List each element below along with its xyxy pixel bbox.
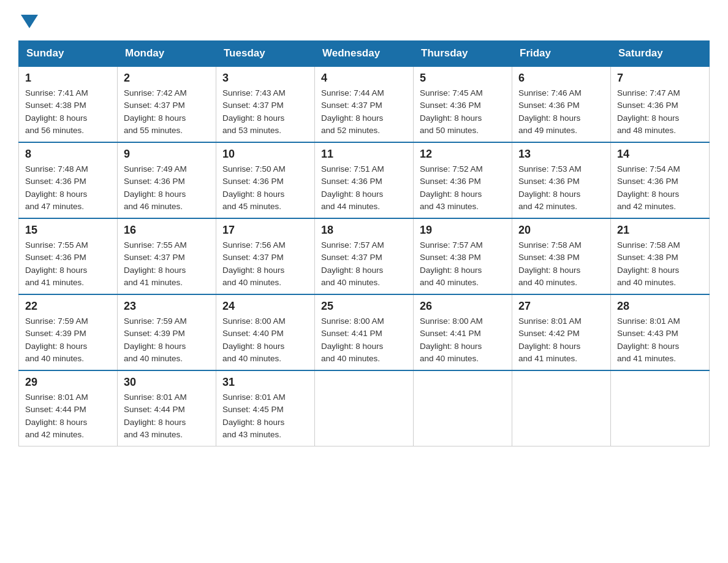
day-info: Sunrise: 7:54 AMSunset: 4:36 PMDaylight:… xyxy=(617,164,680,211)
day-info: Sunrise: 8:01 AMSunset: 4:44 PMDaylight:… xyxy=(124,393,187,439)
day-info: Sunrise: 7:55 AMSunset: 4:37 PMDaylight:… xyxy=(124,240,187,287)
calendar-cell: 17 Sunrise: 7:56 AMSunset: 4:37 PMDaylig… xyxy=(216,218,315,294)
day-number: 9 xyxy=(124,148,210,161)
calendar-cell: 18 Sunrise: 7:57 AMSunset: 4:37 PMDaylig… xyxy=(315,218,414,294)
calendar-cell: 11 Sunrise: 7:51 AMSunset: 4:36 PMDaylig… xyxy=(315,142,414,218)
day-number: 18 xyxy=(321,224,407,237)
day-number: 12 xyxy=(420,148,506,161)
calendar-cell: 6 Sunrise: 7:46 AMSunset: 4:36 PMDayligh… xyxy=(512,66,611,142)
day-number: 17 xyxy=(222,224,308,237)
day-info: Sunrise: 7:52 AMSunset: 4:36 PMDaylight:… xyxy=(420,164,483,211)
day-number: 22 xyxy=(25,300,111,313)
week-row-4: 22 Sunrise: 7:59 AMSunset: 4:39 PMDaylig… xyxy=(19,294,710,370)
day-number: 26 xyxy=(420,300,506,313)
logo xyxy=(18,12,38,28)
day-info: Sunrise: 8:01 AMSunset: 4:45 PMDaylight:… xyxy=(222,393,286,439)
day-info: Sunrise: 7:51 AMSunset: 4:36 PMDaylight:… xyxy=(321,164,384,211)
col-header-saturday: Saturday xyxy=(611,41,710,67)
day-info: Sunrise: 7:53 AMSunset: 4:36 PMDaylight:… xyxy=(518,164,582,211)
day-number: 7 xyxy=(617,72,703,85)
day-number: 5 xyxy=(420,72,506,85)
day-info: Sunrise: 7:46 AMSunset: 4:36 PMDaylight:… xyxy=(518,88,582,135)
calendar-cell: 21 Sunrise: 7:58 AMSunset: 4:38 PMDaylig… xyxy=(611,218,710,294)
day-info: Sunrise: 8:01 AMSunset: 4:42 PMDaylight:… xyxy=(518,316,582,363)
week-row-3: 15 Sunrise: 7:55 AMSunset: 4:36 PMDaylig… xyxy=(19,218,710,294)
col-header-thursday: Thursday xyxy=(414,41,512,67)
day-info: Sunrise: 7:57 AMSunset: 4:38 PMDaylight:… xyxy=(420,240,483,287)
col-header-tuesday: Tuesday xyxy=(216,41,315,67)
day-number: 31 xyxy=(222,376,308,389)
calendar-cell: 13 Sunrise: 7:53 AMSunset: 4:36 PMDaylig… xyxy=(512,142,611,218)
day-number: 14 xyxy=(617,148,703,161)
logo-triangle-icon xyxy=(21,15,38,28)
day-info: Sunrise: 7:47 AMSunset: 4:36 PMDaylight:… xyxy=(617,88,680,135)
calendar-header-row: SundayMondayTuesdayWednesdayThursdayFrid… xyxy=(19,41,710,67)
day-number: 21 xyxy=(617,224,703,237)
day-info: Sunrise: 7:48 AMSunset: 4:36 PMDaylight:… xyxy=(25,164,88,211)
day-number: 2 xyxy=(124,72,210,85)
day-info: Sunrise: 8:01 AMSunset: 4:44 PMDaylight:… xyxy=(25,393,88,439)
calendar-cell: 16 Sunrise: 7:55 AMSunset: 4:37 PMDaylig… xyxy=(118,218,216,294)
calendar-cell: 5 Sunrise: 7:45 AMSunset: 4:36 PMDayligh… xyxy=(414,66,512,142)
day-number: 25 xyxy=(321,300,407,313)
day-info: Sunrise: 7:58 AMSunset: 4:38 PMDaylight:… xyxy=(518,240,582,287)
col-header-monday: Monday xyxy=(118,41,216,67)
day-number: 1 xyxy=(25,72,111,85)
calendar-cell: 26 Sunrise: 8:00 AMSunset: 4:41 PMDaylig… xyxy=(414,294,512,370)
day-info: Sunrise: 7:58 AMSunset: 4:38 PMDaylight:… xyxy=(617,240,680,287)
col-header-sunday: Sunday xyxy=(19,41,118,67)
day-number: 24 xyxy=(222,300,308,313)
calendar-cell: 2 Sunrise: 7:42 AMSunset: 4:37 PMDayligh… xyxy=(118,66,216,142)
day-info: Sunrise: 7:57 AMSunset: 4:37 PMDaylight:… xyxy=(321,240,384,287)
calendar-cell: 25 Sunrise: 8:00 AMSunset: 4:41 PMDaylig… xyxy=(315,294,414,370)
day-number: 30 xyxy=(124,376,210,389)
day-info: Sunrise: 7:55 AMSunset: 4:36 PMDaylight:… xyxy=(25,240,88,287)
calendar-cell: 31 Sunrise: 8:01 AMSunset: 4:45 PMDaylig… xyxy=(216,370,315,446)
day-info: Sunrise: 7:59 AMSunset: 4:39 PMDaylight:… xyxy=(25,316,88,363)
day-info: Sunrise: 7:49 AMSunset: 4:36 PMDaylight:… xyxy=(124,164,187,211)
day-info: Sunrise: 8:01 AMSunset: 4:43 PMDaylight:… xyxy=(617,316,680,363)
calendar-cell: 30 Sunrise: 8:01 AMSunset: 4:44 PMDaylig… xyxy=(118,370,216,446)
week-row-1: 1 Sunrise: 7:41 AMSunset: 4:38 PMDayligh… xyxy=(19,66,710,142)
calendar-cell: 28 Sunrise: 8:01 AMSunset: 4:43 PMDaylig… xyxy=(611,294,710,370)
day-info: Sunrise: 7:45 AMSunset: 4:36 PMDaylight:… xyxy=(420,88,483,135)
calendar-cell: 14 Sunrise: 7:54 AMSunset: 4:36 PMDaylig… xyxy=(611,142,710,218)
calendar-cell: 20 Sunrise: 7:58 AMSunset: 4:38 PMDaylig… xyxy=(512,218,611,294)
day-number: 6 xyxy=(518,72,604,85)
calendar-cell xyxy=(414,370,512,446)
day-info: Sunrise: 8:00 AMSunset: 4:40 PMDaylight:… xyxy=(222,316,286,363)
calendar-cell: 19 Sunrise: 7:57 AMSunset: 4:38 PMDaylig… xyxy=(414,218,512,294)
day-info: Sunrise: 7:41 AMSunset: 4:38 PMDaylight:… xyxy=(25,88,88,135)
day-number: 4 xyxy=(321,72,407,85)
calendar-cell: 7 Sunrise: 7:47 AMSunset: 4:36 PMDayligh… xyxy=(611,66,710,142)
day-number: 10 xyxy=(222,148,308,161)
day-info: Sunrise: 8:00 AMSunset: 4:41 PMDaylight:… xyxy=(420,316,483,363)
day-number: 28 xyxy=(617,300,703,313)
calendar-cell xyxy=(512,370,611,446)
calendar-cell: 15 Sunrise: 7:55 AMSunset: 4:36 PMDaylig… xyxy=(19,218,118,294)
day-number: 29 xyxy=(25,376,111,389)
calendar-cell: 8 Sunrise: 7:48 AMSunset: 4:36 PMDayligh… xyxy=(19,142,118,218)
day-info: Sunrise: 7:59 AMSunset: 4:39 PMDaylight:… xyxy=(124,316,187,363)
day-number: 3 xyxy=(222,72,308,85)
calendar-cell: 3 Sunrise: 7:43 AMSunset: 4:37 PMDayligh… xyxy=(216,66,315,142)
calendar-table: SundayMondayTuesdayWednesdayThursdayFrid… xyxy=(18,40,710,446)
day-info: Sunrise: 7:44 AMSunset: 4:37 PMDaylight:… xyxy=(321,88,384,135)
page-header xyxy=(18,12,710,28)
day-number: 16 xyxy=(124,224,210,237)
calendar-cell xyxy=(315,370,414,446)
calendar-cell: 27 Sunrise: 8:01 AMSunset: 4:42 PMDaylig… xyxy=(512,294,611,370)
calendar-cell: 29 Sunrise: 8:01 AMSunset: 4:44 PMDaylig… xyxy=(19,370,118,446)
col-header-wednesday: Wednesday xyxy=(315,41,414,67)
calendar-cell: 10 Sunrise: 7:50 AMSunset: 4:36 PMDaylig… xyxy=(216,142,315,218)
day-number: 13 xyxy=(518,148,604,161)
calendar-cell: 22 Sunrise: 7:59 AMSunset: 4:39 PMDaylig… xyxy=(19,294,118,370)
calendar-cell: 9 Sunrise: 7:49 AMSunset: 4:36 PMDayligh… xyxy=(118,142,216,218)
week-row-5: 29 Sunrise: 8:01 AMSunset: 4:44 PMDaylig… xyxy=(19,370,710,446)
calendar-cell: 23 Sunrise: 7:59 AMSunset: 4:39 PMDaylig… xyxy=(118,294,216,370)
day-info: Sunrise: 7:56 AMSunset: 4:37 PMDaylight:… xyxy=(222,240,286,287)
calendar-cell: 1 Sunrise: 7:41 AMSunset: 4:38 PMDayligh… xyxy=(19,66,118,142)
calendar-cell xyxy=(611,370,710,446)
day-number: 11 xyxy=(321,148,407,161)
col-header-friday: Friday xyxy=(512,41,611,67)
